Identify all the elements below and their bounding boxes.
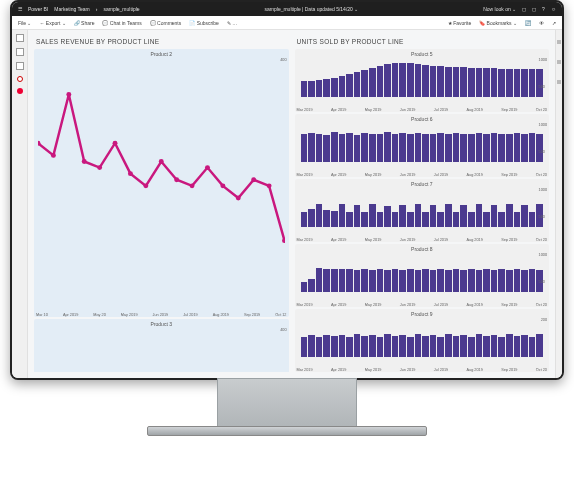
ribbon-more[interactable]: ✎ …	[227, 20, 237, 26]
bar[interactable]	[498, 212, 505, 227]
bar[interactable]	[506, 69, 513, 97]
bar[interactable]	[407, 134, 414, 162]
bar[interactable]	[331, 78, 338, 98]
bar[interactable]	[468, 68, 475, 97]
pane-toggle-icon[interactable]	[557, 40, 561, 44]
bar[interactable]	[361, 336, 368, 357]
ribbon-view-icon[interactable]: 👁	[539, 20, 544, 26]
bar[interactable]	[399, 335, 406, 357]
bar[interactable]	[392, 336, 399, 357]
bar[interactable]	[415, 133, 422, 162]
bar[interactable]	[514, 133, 521, 162]
bar[interactable]	[498, 134, 505, 162]
bar[interactable]	[498, 69, 505, 97]
bar[interactable]	[491, 270, 498, 292]
bar[interactable]	[483, 336, 490, 357]
bar[interactable]	[339, 204, 346, 227]
report-name[interactable]: sample_multiple	[103, 6, 139, 12]
bar[interactable]	[460, 67, 467, 97]
bar[interactable]	[468, 337, 475, 357]
bar[interactable]	[377, 212, 384, 227]
line-chart-product-3[interactable]: Product 3400Mar 10Apr 2019May 20May 2019…	[34, 319, 289, 373]
bar[interactable]	[491, 205, 498, 227]
bar[interactable]	[422, 65, 429, 97]
bar[interactable]	[422, 134, 429, 162]
bar[interactable]	[521, 335, 528, 357]
bar[interactable]	[445, 204, 452, 227]
bar[interactable]	[529, 69, 536, 97]
bar[interactable]	[301, 282, 308, 292]
bar[interactable]	[346, 133, 353, 162]
ribbon-chat[interactable]: 💬 Chat in Teams	[102, 20, 141, 26]
bar[interactable]	[377, 134, 384, 162]
ribbon-export[interactable]: ← Export ⌄	[39, 20, 65, 26]
now-look-on[interactable]: Now look on ⌄	[483, 6, 516, 12]
bar[interactable]	[308, 81, 315, 97]
bar[interactable]	[437, 337, 444, 357]
bar[interactable]	[323, 79, 330, 97]
bar[interactable]	[361, 269, 368, 292]
bar[interactable]	[437, 66, 444, 97]
bar[interactable]	[399, 205, 406, 227]
bar[interactable]	[529, 212, 536, 227]
bar[interactable]	[476, 133, 483, 162]
bar[interactable]	[430, 205, 437, 227]
bar[interactable]	[445, 67, 452, 97]
ribbon-subscribe[interactable]: 📄 Subscribe	[189, 20, 219, 26]
appbar-icon-1[interactable]: ◻	[522, 6, 526, 12]
bar[interactable]	[468, 269, 475, 292]
bar[interactable]	[384, 270, 391, 292]
bar[interactable]	[514, 212, 521, 227]
bar[interactable]	[339, 335, 346, 357]
rail-page-icon[interactable]	[16, 62, 24, 70]
bar[interactable]	[460, 335, 467, 357]
rail-page-icon[interactable]	[16, 48, 24, 56]
bar[interactable]	[498, 269, 505, 292]
ribbon-refresh-icon[interactable]: 🔄	[525, 20, 531, 26]
bar[interactable]	[407, 337, 414, 357]
bar[interactable]	[453, 212, 460, 227]
bar[interactable]	[460, 205, 467, 227]
bar[interactable]	[392, 63, 399, 97]
bar[interactable]	[354, 270, 361, 292]
bar[interactable]	[331, 269, 338, 292]
bar[interactable]	[346, 74, 353, 97]
bar[interactable]	[506, 134, 513, 162]
bar[interactable]	[331, 211, 338, 227]
bar[interactable]	[483, 269, 490, 292]
bar[interactable]	[346, 337, 353, 357]
bar[interactable]	[399, 63, 406, 97]
bar[interactable]	[316, 134, 323, 162]
bar[interactable]	[514, 336, 521, 357]
bar[interactable]	[453, 67, 460, 97]
bar[interactable]	[498, 337, 505, 357]
rail-page-icon[interactable]	[16, 34, 24, 42]
workspace-name[interactable]: Marketing Team	[54, 6, 89, 12]
bar[interactable]	[415, 334, 422, 357]
bar[interactable]	[437, 212, 444, 227]
bar[interactable]	[521, 205, 528, 227]
bar[interactable]	[399, 270, 406, 292]
bar[interactable]	[460, 270, 467, 292]
appbar-icon-4[interactable]: ☺	[551, 6, 556, 12]
bar[interactable]	[331, 132, 338, 162]
bar[interactable]	[369, 270, 376, 292]
bar-chart-product-7[interactable]: Product 71000500Mar 2019Apr 2019May 2019…	[295, 179, 550, 242]
bar[interactable]	[316, 268, 323, 292]
bar[interactable]	[316, 80, 323, 97]
bar[interactable]	[369, 134, 376, 162]
bar[interactable]	[308, 209, 315, 227]
bar[interactable]	[316, 204, 323, 227]
bar[interactable]	[316, 337, 323, 357]
bar[interactable]	[361, 212, 368, 227]
bar[interactable]	[453, 133, 460, 162]
bar[interactable]	[422, 336, 429, 357]
bar[interactable]	[354, 72, 361, 97]
bar[interactable]	[521, 69, 528, 97]
bar-chart-product-9[interactable]: Product 9200Mar 2019Apr 2019May 2019Jun …	[295, 309, 550, 372]
bar[interactable]	[369, 335, 376, 357]
line-chart-product-2[interactable]: Product 2400Mar 10Apr 2019May 20May 2019…	[34, 49, 289, 317]
bar[interactable]	[369, 68, 376, 97]
rail-record-fill-icon[interactable]	[17, 88, 23, 94]
bar[interactable]	[422, 212, 429, 227]
